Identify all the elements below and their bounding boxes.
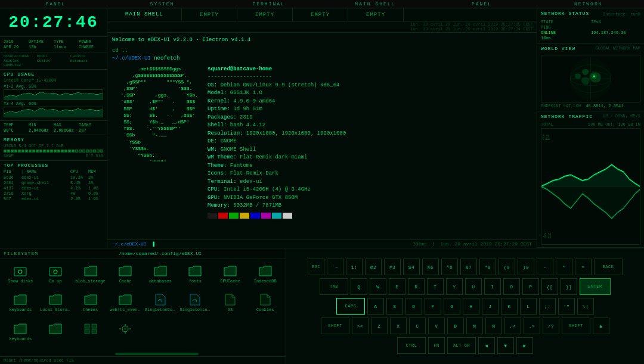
key-FN[interactable]: FN — [428, 337, 445, 354]
key-1-[interactable]: 1! — [346, 259, 363, 275]
key-P[interactable]: P — [522, 278, 539, 295]
key-C[interactable]: C — [409, 318, 426, 334]
svg-text:0.21: 0.21 — [543, 134, 550, 142]
key-J[interactable]: J — [482, 298, 499, 315]
key-I[interactable]: I — [484, 278, 501, 295]
fs-item[interactable] — [73, 321, 107, 348]
key-Z[interactable]: Z — [371, 318, 388, 334]
fs-item[interactable]: themes — [73, 291, 107, 319]
key-S[interactable]: S — [386, 298, 403, 315]
fs-item[interactable]: Cookies — [248, 291, 282, 319]
key-F[interactable]: F — [425, 298, 441, 315]
key--0[interactable]: )0 — [518, 259, 534, 275]
key-W[interactable]: W — [370, 278, 386, 295]
key-E[interactable]: E — [389, 278, 405, 295]
key-G[interactable]: G — [444, 298, 460, 315]
key-CAPS[interactable]: CAPS — [336, 298, 365, 315]
fs-item[interactable]: SingletonCo... — [144, 291, 178, 319]
key-A[interactable]: A — [367, 298, 384, 315]
key-SHIFT[interactable]: SHIFT — [321, 318, 349, 334]
key---[interactable]: >< — [352, 318, 369, 334]
key--6[interactable]: ^6 — [441, 259, 458, 275]
key-ALT-GR[interactable]: ALT GR — [447, 337, 476, 354]
key---[interactable]: /? — [543, 318, 559, 334]
tab-main-shell[interactable]: MAIN SHELL — [107, 8, 182, 21]
tab-empty-3[interactable]: EMPTY — [293, 8, 348, 21]
world-view-section: WORLD VIEW GLOBAL NETWORK MAP — [537, 43, 644, 111]
key-SHIFT[interactable]: SHIFT — [562, 318, 590, 334]
key--5[interactable]: %5 — [422, 259, 439, 275]
key--[interactable]: ► — [516, 337, 533, 354]
fs-item[interactable] — [109, 321, 143, 348]
key--9[interactable]: (9 — [499, 259, 515, 275]
min-val: 2.946GHz — [29, 128, 53, 133]
key-CTRL[interactable]: CTRL — [397, 337, 426, 354]
key-D[interactable]: D — [405, 298, 422, 315]
tab-empty-4[interactable]: EMPTY — [348, 8, 404, 21]
fs-item[interactable]: Cache — [109, 263, 143, 290]
key--8[interactable]: *8 — [479, 259, 496, 275]
fs-item[interactable]: GPUCache — [213, 263, 247, 290]
key-O[interactable]: O — [503, 278, 520, 295]
key---[interactable]: {[ — [541, 278, 558, 295]
fs-item[interactable]: Go up — [39, 263, 73, 290]
key-R[interactable]: R — [408, 278, 425, 295]
fs-item[interactable]: SingletonLock — [178, 291, 212, 319]
key---[interactable]: .> — [524, 318, 540, 334]
key-ENTER[interactable]: ENTER — [580, 278, 611, 295]
key-Q[interactable]: Q — [351, 278, 367, 295]
key-T[interactable]: T — [427, 278, 444, 295]
fs-scrollbar[interactable] — [4, 353, 282, 355]
key---[interactable]: `~ — [327, 259, 343, 275]
key---[interactable]: ;: — [539, 298, 556, 315]
key--[interactable]: ◄ — [478, 337, 495, 354]
power-label: POWER — [79, 39, 103, 44]
chassis-val: Notebook — [70, 59, 103, 67]
tab-empty-2[interactable]: EMPTY — [237, 8, 293, 21]
key--2[interactable]: @2 — [365, 259, 382, 275]
key---[interactable]: ,< — [504, 318, 521, 334]
fs-item[interactable]: keyboards — [4, 321, 38, 348]
fs-icon — [117, 265, 134, 278]
key--[interactable]: - — [537, 259, 553, 275]
key-V[interactable]: V — [428, 318, 445, 334]
key--[interactable]: ▲ — [593, 318, 609, 334]
fs-item[interactable]: fonts — [178, 263, 212, 290]
key-L[interactable]: L — [520, 298, 537, 315]
fs-item[interactable]: databases — [144, 263, 178, 290]
fs-item[interactable]: IndexedDB — [248, 263, 282, 290]
key--[interactable]: * — [556, 259, 572, 275]
key--4[interactable]: $4 — [403, 259, 420, 275]
fs-item[interactable]: webrtc_even... — [109, 291, 143, 319]
main-content: 20:27:46 2019 UPTIME TYPE POWER APR 29 1… — [0, 8, 644, 248]
key-TAB[interactable]: TAB — [320, 278, 348, 295]
key--7[interactable]: &7 — [460, 259, 477, 275]
key-H[interactable]: H — [463, 298, 479, 315]
key-U[interactable]: U — [465, 278, 482, 295]
key-B[interactable]: B — [447, 318, 464, 334]
key-X[interactable]: X — [390, 318, 407, 334]
fs-item[interactable]: keyboards — [4, 291, 38, 319]
fs-item[interactable] — [39, 321, 73, 348]
fs-item[interactable]: blob_storage — [73, 263, 107, 290]
key---[interactable]: \| — [577, 298, 594, 315]
key-ESC[interactable]: ESC — [308, 259, 324, 275]
key--3[interactable]: #3 — [384, 259, 401, 275]
cpu2-graph — [4, 107, 103, 117]
key--[interactable]: = — [575, 259, 592, 275]
tab-empty-1[interactable]: EMPTY — [182, 8, 237, 21]
fs-item[interactable]: SS — [213, 291, 247, 319]
key-K[interactable]: K — [501, 298, 518, 315]
key-M[interactable]: M — [485, 318, 502, 334]
fs-item[interactable]: Show disks — [4, 263, 38, 290]
chassis-label: CHASSIS — [70, 54, 103, 58]
key---[interactable]: '" — [558, 298, 575, 315]
fs-name: Show disks — [8, 279, 33, 284]
key--[interactable]: ▼ — [497, 337, 514, 354]
key-Y[interactable]: Y — [446, 278, 463, 295]
terminal-content[interactable]: Welcome to eDEX-UI v2.2.0 - Electron v4.… — [107, 33, 537, 239]
key-BACK[interactable]: BACK — [594, 259, 623, 275]
key-N[interactable]: N — [466, 318, 483, 334]
key---[interactable]: }] — [561, 278, 577, 295]
fs-item[interactable]: Local Storage — [39, 291, 73, 319]
